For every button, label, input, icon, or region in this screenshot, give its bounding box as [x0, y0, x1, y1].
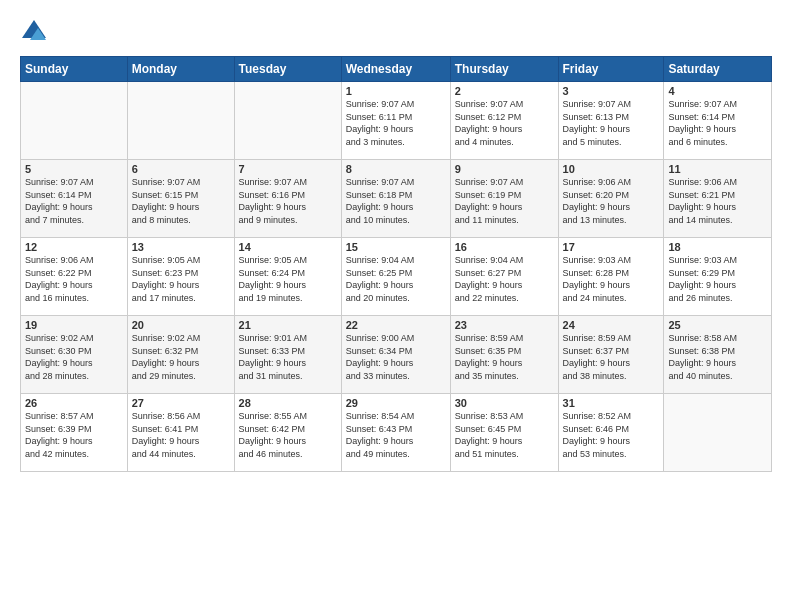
calendar-cell: 13Sunrise: 9:05 AM Sunset: 6:23 PM Dayli…	[127, 238, 234, 316]
day-info: Sunrise: 9:02 AM Sunset: 6:30 PM Dayligh…	[25, 332, 123, 382]
calendar-cell: 27Sunrise: 8:56 AM Sunset: 6:41 PM Dayli…	[127, 394, 234, 472]
day-number: 22	[346, 319, 446, 331]
calendar-cell: 16Sunrise: 9:04 AM Sunset: 6:27 PM Dayli…	[450, 238, 558, 316]
weekday-sunday: Sunday	[21, 57, 128, 82]
day-info: Sunrise: 9:06 AM Sunset: 6:22 PM Dayligh…	[25, 254, 123, 304]
logo-icon	[20, 18, 48, 46]
day-info: Sunrise: 9:05 AM Sunset: 6:24 PM Dayligh…	[239, 254, 337, 304]
calendar-cell: 30Sunrise: 8:53 AM Sunset: 6:45 PM Dayli…	[450, 394, 558, 472]
weekday-saturday: Saturday	[664, 57, 772, 82]
day-number: 1	[346, 85, 446, 97]
calendar-week-4: 26Sunrise: 8:57 AM Sunset: 6:39 PM Dayli…	[21, 394, 772, 472]
day-number: 24	[563, 319, 660, 331]
weekday-friday: Friday	[558, 57, 664, 82]
calendar-cell: 28Sunrise: 8:55 AM Sunset: 6:42 PM Dayli…	[234, 394, 341, 472]
calendar-cell: 12Sunrise: 9:06 AM Sunset: 6:22 PM Dayli…	[21, 238, 128, 316]
day-info: Sunrise: 9:02 AM Sunset: 6:32 PM Dayligh…	[132, 332, 230, 382]
day-number: 27	[132, 397, 230, 409]
day-info: Sunrise: 9:07 AM Sunset: 6:19 PM Dayligh…	[455, 176, 554, 226]
day-number: 3	[563, 85, 660, 97]
calendar-cell	[21, 82, 128, 160]
calendar-cell: 10Sunrise: 9:06 AM Sunset: 6:20 PM Dayli…	[558, 160, 664, 238]
weekday-header-row: SundayMondayTuesdayWednesdayThursdayFrid…	[21, 57, 772, 82]
calendar-cell: 5Sunrise: 9:07 AM Sunset: 6:14 PM Daylig…	[21, 160, 128, 238]
day-info: Sunrise: 9:01 AM Sunset: 6:33 PM Dayligh…	[239, 332, 337, 382]
page: SundayMondayTuesdayWednesdayThursdayFrid…	[0, 0, 792, 612]
day-number: 15	[346, 241, 446, 253]
calendar-cell: 21Sunrise: 9:01 AM Sunset: 6:33 PM Dayli…	[234, 316, 341, 394]
calendar-week-1: 5Sunrise: 9:07 AM Sunset: 6:14 PM Daylig…	[21, 160, 772, 238]
day-info: Sunrise: 9:05 AM Sunset: 6:23 PM Dayligh…	[132, 254, 230, 304]
day-number: 16	[455, 241, 554, 253]
day-number: 4	[668, 85, 767, 97]
calendar-cell: 26Sunrise: 8:57 AM Sunset: 6:39 PM Dayli…	[21, 394, 128, 472]
calendar-cell: 7Sunrise: 9:07 AM Sunset: 6:16 PM Daylig…	[234, 160, 341, 238]
day-number: 8	[346, 163, 446, 175]
calendar-cell: 29Sunrise: 8:54 AM Sunset: 6:43 PM Dayli…	[341, 394, 450, 472]
day-info: Sunrise: 9:07 AM Sunset: 6:18 PM Dayligh…	[346, 176, 446, 226]
calendar-cell: 20Sunrise: 9:02 AM Sunset: 6:32 PM Dayli…	[127, 316, 234, 394]
calendar-cell: 4Sunrise: 9:07 AM Sunset: 6:14 PM Daylig…	[664, 82, 772, 160]
day-info: Sunrise: 8:59 AM Sunset: 6:35 PM Dayligh…	[455, 332, 554, 382]
calendar-cell: 31Sunrise: 8:52 AM Sunset: 6:46 PM Dayli…	[558, 394, 664, 472]
day-number: 12	[25, 241, 123, 253]
calendar-cell: 3Sunrise: 9:07 AM Sunset: 6:13 PM Daylig…	[558, 82, 664, 160]
day-number: 19	[25, 319, 123, 331]
day-info: Sunrise: 9:07 AM Sunset: 6:11 PM Dayligh…	[346, 98, 446, 148]
day-info: Sunrise: 9:07 AM Sunset: 6:14 PM Dayligh…	[668, 98, 767, 148]
day-info: Sunrise: 9:00 AM Sunset: 6:34 PM Dayligh…	[346, 332, 446, 382]
day-info: Sunrise: 8:55 AM Sunset: 6:42 PM Dayligh…	[239, 410, 337, 460]
calendar-cell: 8Sunrise: 9:07 AM Sunset: 6:18 PM Daylig…	[341, 160, 450, 238]
calendar-cell: 9Sunrise: 9:07 AM Sunset: 6:19 PM Daylig…	[450, 160, 558, 238]
day-number: 25	[668, 319, 767, 331]
day-info: Sunrise: 8:56 AM Sunset: 6:41 PM Dayligh…	[132, 410, 230, 460]
calendar-table: SundayMondayTuesdayWednesdayThursdayFrid…	[20, 56, 772, 472]
day-info: Sunrise: 9:03 AM Sunset: 6:29 PM Dayligh…	[668, 254, 767, 304]
day-info: Sunrise: 9:07 AM Sunset: 6:12 PM Dayligh…	[455, 98, 554, 148]
day-number: 23	[455, 319, 554, 331]
day-number: 9	[455, 163, 554, 175]
day-number: 26	[25, 397, 123, 409]
calendar-cell: 18Sunrise: 9:03 AM Sunset: 6:29 PM Dayli…	[664, 238, 772, 316]
weekday-monday: Monday	[127, 57, 234, 82]
calendar-cell: 25Sunrise: 8:58 AM Sunset: 6:38 PM Dayli…	[664, 316, 772, 394]
day-number: 18	[668, 241, 767, 253]
day-number: 7	[239, 163, 337, 175]
logo	[20, 18, 52, 46]
day-number: 2	[455, 85, 554, 97]
calendar-cell: 6Sunrise: 9:07 AM Sunset: 6:15 PM Daylig…	[127, 160, 234, 238]
calendar-week-0: 1Sunrise: 9:07 AM Sunset: 6:11 PM Daylig…	[21, 82, 772, 160]
day-info: Sunrise: 9:07 AM Sunset: 6:16 PM Dayligh…	[239, 176, 337, 226]
day-number: 31	[563, 397, 660, 409]
day-number: 13	[132, 241, 230, 253]
day-info: Sunrise: 9:07 AM Sunset: 6:15 PM Dayligh…	[132, 176, 230, 226]
calendar-cell	[664, 394, 772, 472]
day-info: Sunrise: 8:54 AM Sunset: 6:43 PM Dayligh…	[346, 410, 446, 460]
calendar-cell: 19Sunrise: 9:02 AM Sunset: 6:30 PM Dayli…	[21, 316, 128, 394]
day-number: 21	[239, 319, 337, 331]
calendar-cell	[127, 82, 234, 160]
day-number: 20	[132, 319, 230, 331]
calendar-cell: 11Sunrise: 9:06 AM Sunset: 6:21 PM Dayli…	[664, 160, 772, 238]
calendar-week-3: 19Sunrise: 9:02 AM Sunset: 6:30 PM Dayli…	[21, 316, 772, 394]
day-number: 5	[25, 163, 123, 175]
calendar-week-2: 12Sunrise: 9:06 AM Sunset: 6:22 PM Dayli…	[21, 238, 772, 316]
calendar-cell: 14Sunrise: 9:05 AM Sunset: 6:24 PM Dayli…	[234, 238, 341, 316]
weekday-wednesday: Wednesday	[341, 57, 450, 82]
calendar-cell: 22Sunrise: 9:00 AM Sunset: 6:34 PM Dayli…	[341, 316, 450, 394]
day-info: Sunrise: 9:07 AM Sunset: 6:13 PM Dayligh…	[563, 98, 660, 148]
calendar-cell: 23Sunrise: 8:59 AM Sunset: 6:35 PM Dayli…	[450, 316, 558, 394]
calendar-cell	[234, 82, 341, 160]
day-info: Sunrise: 9:04 AM Sunset: 6:25 PM Dayligh…	[346, 254, 446, 304]
day-info: Sunrise: 8:52 AM Sunset: 6:46 PM Dayligh…	[563, 410, 660, 460]
day-number: 14	[239, 241, 337, 253]
day-info: Sunrise: 9:04 AM Sunset: 6:27 PM Dayligh…	[455, 254, 554, 304]
day-info: Sunrise: 9:03 AM Sunset: 6:28 PM Dayligh…	[563, 254, 660, 304]
calendar-cell: 15Sunrise: 9:04 AM Sunset: 6:25 PM Dayli…	[341, 238, 450, 316]
day-number: 28	[239, 397, 337, 409]
calendar-cell: 1Sunrise: 9:07 AM Sunset: 6:11 PM Daylig…	[341, 82, 450, 160]
day-info: Sunrise: 8:53 AM Sunset: 6:45 PM Dayligh…	[455, 410, 554, 460]
day-number: 6	[132, 163, 230, 175]
day-info: Sunrise: 9:07 AM Sunset: 6:14 PM Dayligh…	[25, 176, 123, 226]
calendar-cell: 17Sunrise: 9:03 AM Sunset: 6:28 PM Dayli…	[558, 238, 664, 316]
